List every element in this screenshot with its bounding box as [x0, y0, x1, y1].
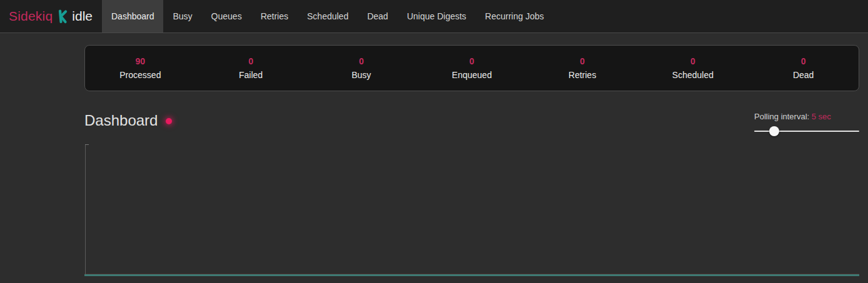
polling-label-text: Polling interval:	[754, 112, 809, 121]
stat-processed-value: 90	[85, 56, 196, 66]
stat-processed-label: Processed	[85, 70, 196, 80]
stat-enqueued-label: Enqueued	[416, 70, 527, 80]
stat-retries-label: Retries	[527, 70, 638, 80]
tab-dashboard[interactable]: Dashboard	[102, 0, 164, 32]
tab-scheduled[interactable]: Scheduled	[298, 0, 358, 32]
brand[interactable]: Sidekiq idle	[0, 0, 93, 32]
stat-failed-value: 0	[196, 56, 306, 66]
slider-thumb[interactable]	[769, 126, 779, 136]
graph-processed-line	[84, 274, 859, 276]
stat-dead-label: Dead	[748, 70, 859, 80]
stat-retries: 0 Retries	[527, 56, 638, 80]
realtime-graph	[84, 144, 859, 276]
stats-summary-bar: 90 Processed 0 Failed 0 Busy 0 Enqueued …	[84, 45, 859, 91]
tab-dead[interactable]: Dead	[358, 0, 397, 32]
tab-retries[interactable]: Retries	[251, 0, 298, 32]
content: 90 Processed 0 Failed 0 Busy 0 Enqueued …	[84, 45, 859, 276]
stat-failed-label: Failed	[196, 70, 306, 80]
tab-busy[interactable]: Busy	[163, 0, 201, 32]
live-beacon-icon	[166, 118, 172, 124]
stat-scheduled-label: Scheduled	[638, 70, 749, 80]
stat-enqueued: 0 Enqueued	[416, 56, 527, 80]
stat-scheduled-value: 0	[638, 56, 749, 66]
status-text: idle	[72, 9, 93, 24]
polling-interval-slider[interactable]	[754, 126, 859, 136]
sidekiq-dancer-icon	[57, 9, 68, 24]
nav-tabs: Dashboard Busy Queues Retries Scheduled …	[102, 0, 553, 32]
graph-y-axis	[85, 144, 86, 276]
page-title-text: Dashboard	[84, 112, 158, 129]
stat-scheduled: 0 Scheduled	[638, 56, 749, 80]
stat-dead: 0 Dead	[748, 56, 859, 80]
stat-processed: 90 Processed	[85, 56, 196, 80]
stat-enqueued-value: 0	[416, 56, 527, 66]
tab-recurring-jobs[interactable]: Recurring Jobs	[476, 0, 553, 32]
polling-controls: Polling interval: 5 sec	[754, 112, 859, 136]
tab-queues[interactable]: Queues	[202, 0, 251, 32]
page-title: Dashboard	[84, 112, 172, 129]
polling-value: 5 sec	[812, 112, 831, 121]
stat-retries-value: 0	[527, 56, 638, 66]
navbar: Sidekiq idle Dashboard Busy Queues Retri…	[0, 0, 868, 33]
polling-label: Polling interval: 5 sec	[754, 112, 859, 121]
stat-busy-value: 0	[306, 56, 416, 66]
tab-unique-digests[interactable]: Unique Digests	[398, 0, 476, 32]
stat-busy-label: Busy	[306, 70, 416, 80]
stat-dead-value: 0	[748, 56, 859, 66]
page-header: Dashboard Polling interval: 5 sec	[84, 112, 859, 136]
stat-failed: 0 Failed	[196, 56, 306, 80]
brand-name: Sidekiq	[9, 9, 53, 24]
stat-busy: 0 Busy	[306, 56, 416, 80]
